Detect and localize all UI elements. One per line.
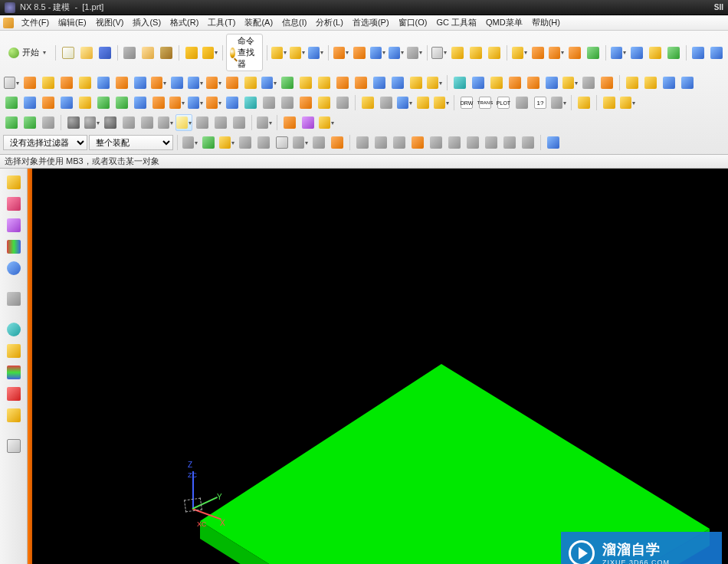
tool-a6[interactable]	[369, 44, 386, 61]
tool-e10[interactable]	[545, 134, 562, 151]
paste-button[interactable]	[158, 44, 175, 61]
snap-parallel[interactable]	[520, 134, 536, 151]
tool-a9[interactable]	[431, 44, 448, 61]
menu-insert[interactable]: 插入(S)	[128, 15, 166, 30]
tool-b13[interactable]	[242, 74, 259, 91]
tool-a11[interactable]	[467, 44, 484, 61]
snap-tangent[interactable]	[464, 134, 481, 151]
snap-midpoint[interactable]	[372, 134, 389, 151]
tool-a15[interactable]	[548, 44, 565, 61]
tool-a18[interactable]	[610, 44, 627, 61]
tool-c29[interactable]: 1?	[532, 94, 549, 111]
rail-history[interactable]	[5, 320, 23, 339]
tool-c10[interactable]	[169, 94, 185, 111]
tool-c23[interactable]	[415, 94, 431, 111]
tool-c3[interactable]	[40, 94, 57, 111]
menu-preferences[interactable]: 首选项(P)	[348, 15, 394, 30]
tool-a12[interactable]	[486, 44, 503, 61]
tool-b33[interactable]	[624, 74, 641, 91]
tool-d4[interactable]	[65, 114, 82, 131]
tool-b36[interactable]	[679, 74, 696, 91]
save-button[interactable]	[97, 44, 113, 61]
new-button[interactable]	[60, 44, 77, 61]
tool-b5[interactable]	[95, 74, 112, 91]
tool-e6[interactable]	[274, 134, 290, 151]
snap-quadrant[interactable]	[428, 134, 444, 151]
tool-c27[interactable]: PLOT	[495, 94, 512, 111]
tool-b6[interactable]	[113, 74, 130, 91]
tool-d9[interactable]	[157, 114, 174, 131]
tool-b31[interactable]	[580, 74, 597, 91]
tool-a16[interactable]	[566, 44, 583, 61]
menu-tools[interactable]: 工具(T)	[203, 15, 240, 30]
snap-point[interactable]	[446, 134, 463, 151]
tool-c28[interactable]	[513, 94, 530, 111]
tool-c2[interactable]	[21, 94, 38, 111]
menu-view[interactable]: 视图(V)	[91, 15, 129, 30]
menu-nx-icon[interactable]	[3, 18, 14, 28]
cut-button[interactable]	[121, 44, 138, 61]
tool-b35[interactable]	[661, 74, 677, 91]
tool-e3[interactable]	[218, 134, 235, 151]
tool-c18[interactable]	[316, 94, 333, 111]
menu-format[interactable]: 格式(R)	[166, 15, 203, 30]
tool-c12[interactable]	[205, 94, 222, 111]
start-button[interactable]: 开始	[3, 44, 51, 61]
rail-part-navigator[interactable]	[5, 173, 23, 192]
tool-d15[interactable]	[281, 114, 298, 131]
tool-d2[interactable]	[21, 114, 38, 131]
tool-b19[interactable]	[353, 74, 369, 91]
tool-c14[interactable]	[242, 94, 259, 111]
rail-hd3d[interactable]	[5, 259, 23, 277]
rail-reuse-library[interactable]	[5, 238, 23, 256]
sketch-button[interactable]	[3, 74, 20, 91]
tool-c15[interactable]	[261, 94, 277, 111]
tool-c21[interactable]	[378, 94, 395, 111]
tool-d12[interactable]	[212, 114, 229, 131]
menu-info[interactable]: 信息(I)	[277, 15, 311, 30]
tool-a19[interactable]	[628, 44, 645, 61]
tool-e2[interactable]	[200, 134, 217, 151]
snap-intersection[interactable]	[409, 134, 426, 151]
tool-a2[interactable]	[289, 44, 306, 61]
rail-manufacturing[interactable]	[5, 363, 23, 382]
tool-c24[interactable]	[433, 94, 450, 111]
tool-b28[interactable]	[525, 74, 542, 91]
rail-assembly-navigator[interactable]	[5, 195, 23, 213]
tool-b1[interactable]	[21, 74, 38, 91]
tool-b11[interactable]	[205, 74, 222, 91]
rail-system[interactable]	[5, 406, 23, 425]
tool-c8[interactable]	[132, 94, 149, 111]
tool-d1[interactable]	[3, 114, 20, 131]
tool-d7[interactable]	[120, 114, 137, 131]
tool-d13[interactable]	[231, 114, 248, 131]
tool-b22[interactable]	[408, 74, 425, 91]
tool-d16[interactable]	[300, 114, 316, 131]
menu-qmd[interactable]: QMD菜单	[481, 15, 527, 30]
menu-edit[interactable]: 编辑(E)	[54, 15, 91, 30]
tool-b21[interactable]	[389, 74, 406, 91]
rail-process-studio[interactable]	[5, 342, 23, 360]
tool-c32[interactable]	[601, 94, 618, 111]
tool-e1[interactable]	[182, 134, 198, 151]
tool-b18[interactable]	[334, 74, 351, 91]
tool-c5[interactable]	[77, 94, 93, 111]
tool-c19[interactable]	[334, 94, 351, 111]
tool-b17[interactable]	[316, 74, 333, 91]
tool-e4[interactable]	[237, 134, 254, 151]
tool-a21[interactable]	[665, 44, 682, 61]
tool-b24[interactable]	[451, 74, 468, 91]
command-finder[interactable]: 命令查找器	[226, 34, 263, 71]
tool-c17[interactable]	[297, 94, 314, 111]
tool-b20[interactable]	[371, 74, 388, 91]
tool-c30[interactable]	[550, 94, 567, 111]
tool-d14[interactable]	[256, 114, 273, 131]
tool-c20[interactable]	[359, 94, 376, 111]
tool-d10[interactable]	[175, 114, 192, 131]
tool-c26[interactable]: TRANS	[477, 94, 494, 111]
copy-button[interactable]	[139, 44, 156, 61]
snap-center[interactable]	[391, 134, 408, 151]
tool-b27[interactable]	[507, 74, 523, 91]
open-button[interactable]	[78, 44, 95, 61]
tool-c4[interactable]	[58, 94, 75, 111]
